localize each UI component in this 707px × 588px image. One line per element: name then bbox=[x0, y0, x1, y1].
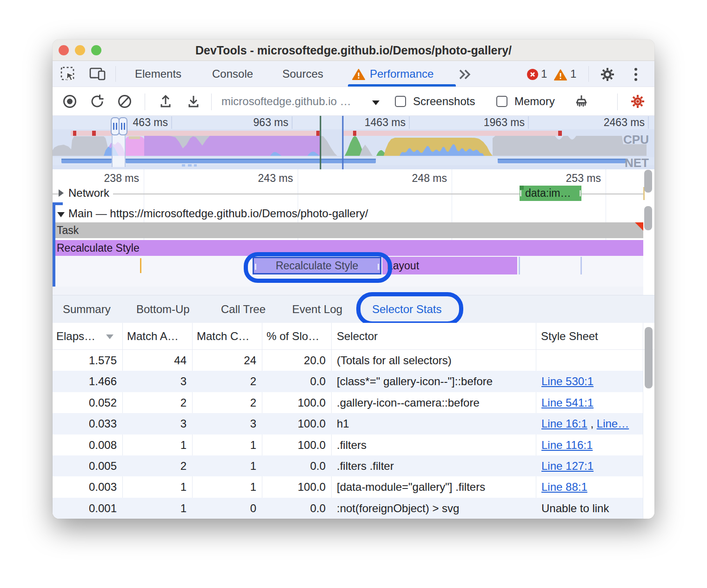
table-row[interactable]: 0.001100.0:not(foreignObject) > svgUnabl… bbox=[53, 498, 643, 519]
cpu-activity-chart: CPU NET 463 ms963 ms1463 ms1963 ms2463 m… bbox=[53, 116, 654, 169]
event-tick-orange bbox=[140, 258, 141, 273]
request-cap bbox=[520, 190, 521, 196]
cell-style_sheet: Line 116:1 bbox=[536, 434, 643, 455]
main-track-header[interactable]: Main — https://microsoftedge.github.io/D… bbox=[57, 207, 368, 220]
table-scrollbar-thumb[interactable] bbox=[645, 327, 653, 388]
svg-text:NET: NET bbox=[625, 156, 649, 169]
record-icon[interactable] bbox=[62, 94, 78, 109]
cell-selector: .filters .filter bbox=[331, 455, 536, 476]
tab-performance[interactable]: Performance bbox=[370, 61, 434, 87]
screenshots-label: Screenshots bbox=[413, 87, 475, 116]
cell-elapsed: 0.005 bbox=[53, 455, 122, 476]
table-row[interactable]: 0.03333100.0h1Line 16:1 , Line… bbox=[53, 413, 643, 434]
upload-profile-icon[interactable] bbox=[158, 94, 173, 109]
style-sheet-link[interactable]: Line 127:1 bbox=[541, 460, 594, 472]
warning-count[interactable]: 1 bbox=[570, 61, 576, 87]
expand-arrow-icon bbox=[57, 212, 65, 217]
cell-slow_pct: 100.0 bbox=[262, 476, 331, 497]
col-header-match-attempts[interactable]: Match A… bbox=[127, 323, 179, 350]
tab-summary[interactable]: Summary bbox=[63, 295, 111, 323]
request-cap bbox=[580, 190, 581, 196]
network-request-badge[interactable]: data:im… bbox=[520, 186, 581, 201]
cell-elapsed: 0.033 bbox=[53, 413, 122, 434]
cell-style_sheet bbox=[536, 350, 643, 371]
title-bar: DevTools - microsoftedge.github.io/Demos… bbox=[53, 40, 654, 61]
style-sheet-link[interactable]: Line 88:1 bbox=[541, 481, 587, 493]
cell-slow_pct: 100.0 bbox=[262, 413, 331, 434]
table-row[interactable]: 0.00811100.0.filtersLine 116:1 bbox=[53, 434, 643, 455]
col-header-slow-pct[interactable]: % of Slo… bbox=[267, 323, 319, 350]
timeline-overview[interactable]: CPU NET 463 ms963 ms1463 ms1963 ms2463 m… bbox=[53, 116, 654, 169]
col-header-style-sheet[interactable]: Style Sheet bbox=[541, 323, 598, 350]
tab-elements[interactable]: Elements bbox=[135, 61, 181, 87]
cell-selector: (Totals for all selectors) bbox=[331, 350, 536, 371]
selector-stats-table: 1.575442420.0(Totals for all selectors)1… bbox=[53, 350, 654, 519]
garbage-collect-icon[interactable] bbox=[573, 94, 589, 110]
ruler-label: 253 ms bbox=[545, 172, 601, 185]
cell-elapsed: 1.575 bbox=[53, 350, 122, 371]
long-task-warning-corner bbox=[635, 222, 643, 231]
selected-track-indicator-stub bbox=[53, 202, 63, 205]
download-profile-icon[interactable] bbox=[186, 94, 201, 109]
error-count[interactable]: 1 bbox=[541, 61, 547, 87]
memory-checkbox[interactable] bbox=[496, 96, 507, 107]
cell-match_count: 2 bbox=[192, 392, 262, 413]
warning-count-icon[interactable] bbox=[554, 69, 567, 81]
settings-gear-icon[interactable] bbox=[600, 67, 615, 82]
table-row[interactable]: 0.05222100.0.gallery-icon--camera::befor… bbox=[53, 392, 643, 413]
error-count-icon[interactable] bbox=[527, 68, 539, 80]
cell-match_attempts: 1 bbox=[122, 476, 192, 497]
screenshots-checkbox[interactable] bbox=[395, 96, 406, 107]
style-sheet-link[interactable]: Line 541:1 bbox=[541, 396, 594, 409]
more-tabs-icon[interactable] bbox=[458, 68, 472, 80]
profile-select[interactable]: microsoftedge.github.io … bbox=[221, 87, 351, 116]
toolbar-separator-3 bbox=[617, 94, 618, 110]
style-sheet-link[interactable]: Line 116:1 bbox=[541, 439, 593, 451]
kebab-menu-icon[interactable] bbox=[633, 67, 639, 82]
svg-text:2463 ms: 2463 ms bbox=[604, 116, 645, 128]
cell-selector: .filters bbox=[331, 434, 536, 455]
col-header-selector[interactable]: Selector bbox=[337, 323, 378, 350]
svg-text:963 ms: 963 ms bbox=[253, 116, 288, 128]
scrollbar-thumb[interactable] bbox=[644, 206, 652, 230]
table-row[interactable]: 1.466320.0[class*=" gallery-icon--"]::be… bbox=[53, 371, 643, 392]
inspect-element-icon[interactable] bbox=[60, 67, 76, 81]
flame-chart[interactable]: 238 ms 243 ms 248 ms 253 ms Network data… bbox=[53, 169, 654, 295]
table-row[interactable]: 0.005210.0.filters .filterLine 127:1 bbox=[53, 455, 643, 476]
cell-slow_pct: 0.0 bbox=[262, 498, 331, 519]
style-sheet-link[interactable]: Line 16:1 bbox=[541, 417, 587, 430]
network-track-header[interactable]: Network bbox=[59, 187, 113, 200]
cell-match_count: 0 bbox=[192, 498, 262, 519]
reload-record-icon[interactable] bbox=[89, 94, 105, 109]
device-toolbar-icon[interactable] bbox=[89, 67, 107, 81]
layout-event[interactable]: Layout bbox=[382, 257, 517, 274]
col-header-match-count[interactable]: Match C… bbox=[197, 323, 249, 350]
col-header-elapsed[interactable]: Elaps… bbox=[56, 323, 95, 350]
clear-icon[interactable] bbox=[117, 94, 133, 109]
svg-text:CPU: CPU bbox=[623, 133, 649, 147]
performance-warning-icon bbox=[352, 68, 365, 80]
performance-toolbar: microsoftedge.github.io … Screenshots Me… bbox=[53, 87, 654, 116]
capture-settings-gear-icon[interactable] bbox=[629, 94, 646, 109]
tab-bottom-up[interactable]: Bottom-Up bbox=[136, 295, 190, 323]
tab-call-tree[interactable]: Call Tree bbox=[221, 295, 266, 323]
tab-event-log[interactable]: Event Log bbox=[292, 295, 342, 323]
cell-slow_pct: 0.0 bbox=[262, 455, 331, 476]
table-row[interactable]: 1.575442420.0(Totals for all selectors) bbox=[53, 350, 643, 371]
profile-select-caret-icon bbox=[372, 100, 380, 105]
style-sheet-link[interactable]: Line 530:1 bbox=[541, 375, 594, 388]
cell-slow_pct: 0.0 bbox=[262, 371, 331, 392]
cell-slow_pct: 20.0 bbox=[262, 350, 331, 371]
tab-sources[interactable]: Sources bbox=[282, 61, 323, 87]
task-event-bar[interactable]: Task bbox=[53, 222, 643, 238]
devtools-window: DevTools - microsoftedge.github.io/Demos… bbox=[53, 40, 654, 519]
table-row[interactable]: 0.00311100.0[data-module="gallery"] .fil… bbox=[53, 476, 643, 497]
tab-console[interactable]: Console bbox=[212, 61, 253, 87]
scrollbar-thumb[interactable] bbox=[644, 170, 652, 193]
style-sheet-link[interactable]: Line… bbox=[597, 417, 629, 430]
cell-elapsed: 0.001 bbox=[53, 498, 122, 519]
cell-elapsed: 1.466 bbox=[53, 371, 122, 392]
cell-match_attempts: 44 bbox=[122, 350, 192, 371]
cell-match_attempts: 2 bbox=[122, 392, 192, 413]
selection-window-handles[interactable] bbox=[111, 118, 127, 135]
